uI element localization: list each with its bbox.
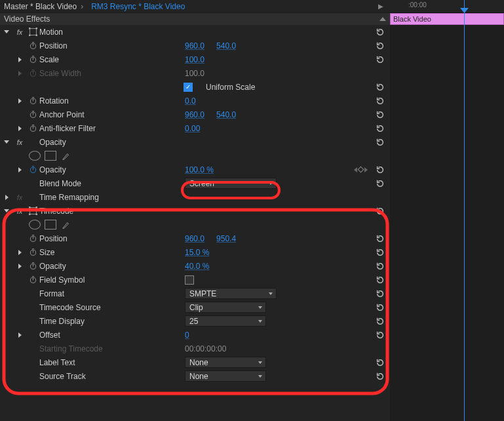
stopwatch-icon[interactable] bbox=[26, 96, 39, 105]
prop-motion-uniform: Uniform Scale bbox=[0, 80, 390, 94]
prop-tc-labeltext: Label Text None bbox=[0, 355, 390, 369]
twirl-right-icon[interactable] bbox=[13, 126, 26, 131]
twirl-right-icon[interactable] bbox=[13, 264, 26, 269]
stopwatch-icon[interactable] bbox=[26, 262, 39, 270]
mask-ellipse-button[interactable] bbox=[29, 220, 41, 230]
twirl-right-icon[interactable] bbox=[13, 332, 26, 338]
reset-icon[interactable] bbox=[374, 260, 386, 271]
format-dropdown[interactable]: SMPTE bbox=[185, 288, 277, 299]
reset-icon[interactable] bbox=[374, 288, 386, 299]
fx-badge-icon[interactable]: fx bbox=[13, 28, 26, 36]
value-y[interactable]: 540.0 bbox=[216, 41, 236, 50]
fx-badge-icon[interactable]: fx bbox=[13, 138, 26, 146]
mini-timeline: :00:00 Black Video bbox=[390, 0, 504, 421]
twirl-right-icon[interactable] bbox=[13, 57, 26, 62]
value[interactable]: 0.00 bbox=[185, 124, 200, 133]
prop-label: Position bbox=[39, 234, 68, 243]
twirl-down-icon[interactable] bbox=[0, 30, 13, 33]
reset-icon[interactable] bbox=[374, 315, 386, 327]
reset-icon[interactable] bbox=[374, 40, 386, 51]
reset-icon[interactable] bbox=[374, 302, 386, 313]
source-track-dropdown[interactable]: None bbox=[185, 371, 266, 382]
value[interactable]: 40.0 % bbox=[185, 262, 209, 271]
reset-icon[interactable] bbox=[374, 123, 386, 134]
twirl-down-icon[interactable] bbox=[0, 140, 13, 144]
timecode-source-dropdown[interactable]: Clip bbox=[185, 302, 266, 313]
twirl-right-icon[interactable] bbox=[13, 98, 26, 104]
value-x[interactable]: 960.0 bbox=[185, 110, 204, 119]
mask-pen-button[interactable] bbox=[60, 220, 72, 230]
transform-icon[interactable] bbox=[26, 207, 39, 215]
effect-opacity[interactable]: fx Opacity bbox=[0, 135, 390, 149]
stopwatch-icon[interactable] bbox=[26, 275, 39, 284]
reset-icon[interactable] bbox=[374, 164, 386, 175]
stopwatch-icon[interactable] bbox=[26, 55, 39, 64]
add-keyframe-icon[interactable] bbox=[358, 167, 364, 173]
play-icon[interactable]: ▶ bbox=[378, 3, 386, 10]
reset-icon[interactable] bbox=[374, 329, 386, 340]
video-effects-header[interactable]: Video Effects bbox=[0, 13, 390, 25]
reset-icon[interactable] bbox=[374, 95, 386, 106]
reset-icon[interactable] bbox=[374, 26, 386, 37]
prop-label: Format bbox=[39, 289, 64, 298]
value[interactable]: 100.0 % bbox=[185, 165, 214, 174]
prop-label: Opacity bbox=[39, 165, 66, 174]
stopwatch-icon[interactable] bbox=[26, 234, 39, 243]
stopwatch-icon[interactable] bbox=[26, 248, 39, 256]
label-text-dropdown[interactable]: None bbox=[185, 357, 266, 368]
reset-icon[interactable] bbox=[374, 54, 386, 65]
uniform-scale-checkbox[interactable] bbox=[184, 83, 193, 92]
value[interactable]: 15.0 % bbox=[185, 248, 209, 257]
twirl-right-icon[interactable] bbox=[0, 195, 13, 200]
stopwatch-icon[interactable] bbox=[26, 165, 39, 174]
mask-rect-button[interactable] bbox=[45, 220, 56, 230]
time-ruler[interactable]: :00:00 bbox=[390, 0, 504, 13]
mask-ellipse-button[interactable] bbox=[29, 151, 41, 161]
clip-bar[interactable]: Black Video bbox=[390, 13, 504, 25]
playhead-line[interactable] bbox=[464, 0, 465, 421]
reset-icon[interactable] bbox=[374, 205, 386, 216]
prop-label: Label Text bbox=[39, 358, 75, 367]
reset-icon[interactable] bbox=[374, 81, 386, 92]
value[interactable]: 100.0 bbox=[185, 55, 204, 64]
reset-icon[interactable] bbox=[374, 274, 386, 285]
stopwatch-icon[interactable] bbox=[26, 110, 39, 119]
value[interactable]: 0.0 bbox=[185, 96, 196, 106]
twirl-right-icon[interactable] bbox=[13, 250, 26, 255]
field-symbol-checkbox[interactable] bbox=[185, 275, 194, 285]
stopwatch-icon[interactable] bbox=[26, 124, 39, 132]
value-x[interactable]: 960.0 bbox=[185, 41, 204, 50]
fx-badge-icon[interactable]: fx bbox=[13, 193, 26, 201]
effect-motion[interactable]: fx Motion bbox=[0, 25, 390, 39]
source-clip-link[interactable]: RM3 Resync * Black Video bbox=[91, 2, 185, 11]
value-y[interactable]: 540.0 bbox=[216, 110, 236, 119]
value[interactable]: 0 bbox=[185, 331, 189, 340]
svg-rect-2 bbox=[35, 28, 37, 29]
mask-pen-button[interactable] bbox=[60, 151, 72, 161]
reset-icon[interactable] bbox=[374, 233, 386, 244]
value-y[interactable]: 950.4 bbox=[216, 234, 236, 243]
reset-icon[interactable] bbox=[374, 178, 386, 189]
reset-icon[interactable] bbox=[374, 371, 386, 382]
stopwatch-icon bbox=[26, 69, 39, 77]
fx-badge-icon[interactable]: fx bbox=[13, 207, 26, 215]
effect-name: Opacity bbox=[39, 138, 66, 147]
value-x[interactable]: 960.0 bbox=[185, 234, 204, 243]
reset-icon[interactable] bbox=[374, 136, 386, 148]
reset-icon[interactable] bbox=[374, 109, 386, 120]
effect-timecode[interactable]: fx Timecode bbox=[0, 204, 390, 218]
mask-rect-button[interactable] bbox=[45, 151, 56, 161]
blend-mode-dropdown[interactable]: Screen bbox=[185, 178, 277, 189]
twirl-right-icon[interactable] bbox=[13, 167, 26, 172]
effect-time-remapping[interactable]: fx Time Remapping bbox=[0, 190, 390, 204]
time-display-dropdown[interactable]: 25 bbox=[185, 315, 266, 327]
reset-icon[interactable] bbox=[374, 357, 386, 368]
transform-icon[interactable] bbox=[26, 28, 39, 36]
stopwatch-icon[interactable] bbox=[26, 41, 39, 50]
next-keyframe-icon[interactable] bbox=[364, 167, 368, 172]
prop-tc-source: Timecode Source Clip bbox=[0, 300, 390, 314]
reset-icon[interactable] bbox=[374, 247, 386, 258]
twirl-down-icon[interactable] bbox=[0, 209, 13, 212]
prop-tc-position: Position 960.0950.4 bbox=[0, 231, 390, 245]
prev-keyframe-icon[interactable] bbox=[354, 167, 357, 172]
